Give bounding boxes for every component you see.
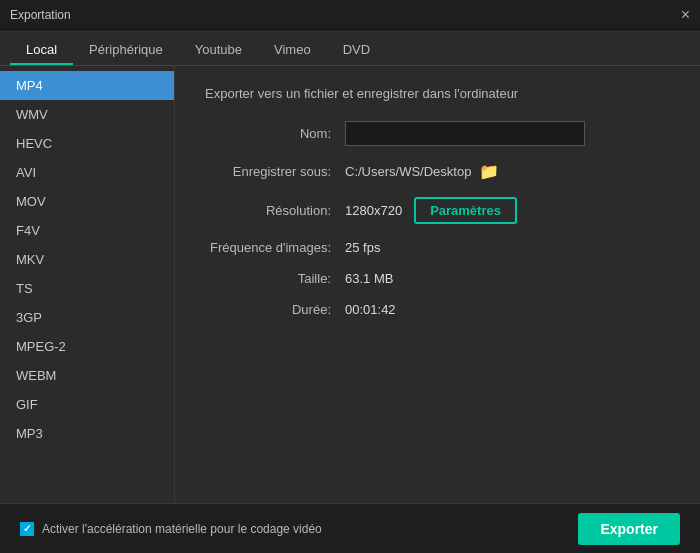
- tab-dvd[interactable]: DVD: [327, 36, 386, 65]
- sidebar-item-mpeg2[interactable]: MPEG-2: [0, 332, 174, 361]
- sidebar-item-mp3[interactable]: MP3: [0, 419, 174, 448]
- window-title: Exportation: [10, 8, 71, 22]
- close-button[interactable]: ×: [681, 7, 690, 23]
- duree-row: Durée: 00:01:42: [205, 302, 670, 317]
- resolution-container: 1280x720 Paramètres: [345, 197, 517, 224]
- sidebar-item-avi[interactable]: AVI: [0, 158, 174, 187]
- duree-label: Durée:: [205, 302, 345, 317]
- main-area: MP4 WMV HEVC AVI MOV F4V MKV TS 3GP MPEG…: [0, 66, 700, 503]
- tab-youtube[interactable]: Youtube: [179, 36, 258, 65]
- enregistrer-label: Enregistrer sous:: [205, 164, 345, 179]
- frequence-label: Fréquence d'images:: [205, 240, 345, 255]
- sidebar-item-hevc[interactable]: HEVC: [0, 129, 174, 158]
- sidebar-item-webm[interactable]: WEBM: [0, 361, 174, 390]
- resolution-row: Résolution: 1280x720 Paramètres: [205, 197, 670, 224]
- sidebar-item-mp4[interactable]: MP4: [0, 71, 174, 100]
- sidebar-item-gif[interactable]: GIF: [0, 390, 174, 419]
- taille-value: 63.1 MB: [345, 271, 393, 286]
- frequence-row: Fréquence d'images: 25 fps: [205, 240, 670, 255]
- tab-local[interactable]: Local: [10, 36, 73, 65]
- resolution-label: Résolution:: [205, 203, 345, 218]
- tabs-bar: Local Périphérique Youtube Vimeo DVD: [0, 30, 700, 66]
- content-description: Exporter vers un fichier et enregistrer …: [205, 86, 670, 101]
- accelerate-checkbox[interactable]: [20, 522, 34, 536]
- export-button[interactable]: Exporter: [578, 513, 680, 545]
- nom-row: Nom:: [205, 121, 670, 146]
- title-bar: Exportation ×: [0, 0, 700, 30]
- content-panel: Exporter vers un fichier et enregistrer …: [175, 66, 700, 503]
- tab-peripherique[interactable]: Périphérique: [73, 36, 179, 65]
- format-sidebar: MP4 WMV HEVC AVI MOV F4V MKV TS 3GP MPEG…: [0, 66, 175, 503]
- nom-input[interactable]: [345, 121, 585, 146]
- frequence-value: 25 fps: [345, 240, 380, 255]
- path-value: C:/Users/WS/Desktop: [345, 164, 471, 179]
- enregistrer-row: Enregistrer sous: C:/Users/WS/Desktop 📁: [205, 162, 670, 181]
- tab-vimeo[interactable]: Vimeo: [258, 36, 327, 65]
- footer-left: Activer l'accélération matérielle pour l…: [20, 522, 322, 536]
- path-container: C:/Users/WS/Desktop 📁: [345, 162, 499, 181]
- sidebar-item-mkv[interactable]: MKV: [0, 245, 174, 274]
- duree-value: 00:01:42: [345, 302, 396, 317]
- footer-bar: Activer l'accélération matérielle pour l…: [0, 503, 700, 553]
- sidebar-item-mov[interactable]: MOV: [0, 187, 174, 216]
- sidebar-item-3gp[interactable]: 3GP: [0, 303, 174, 332]
- folder-icon[interactable]: 📁: [479, 162, 499, 181]
- resolution-value: 1280x720: [345, 203, 402, 218]
- params-button[interactable]: Paramètres: [414, 197, 517, 224]
- sidebar-item-wmv[interactable]: WMV: [0, 100, 174, 129]
- sidebar-item-f4v[interactable]: F4V: [0, 216, 174, 245]
- accelerate-label: Activer l'accélération matérielle pour l…: [42, 522, 322, 536]
- nom-label: Nom:: [205, 126, 345, 141]
- taille-row: Taille: 63.1 MB: [205, 271, 670, 286]
- sidebar-item-ts[interactable]: TS: [0, 274, 174, 303]
- taille-label: Taille:: [205, 271, 345, 286]
